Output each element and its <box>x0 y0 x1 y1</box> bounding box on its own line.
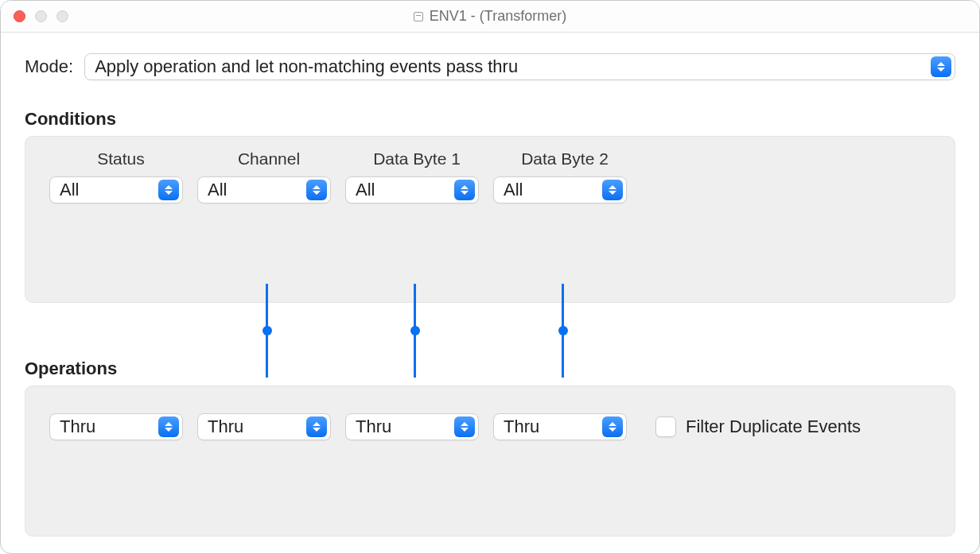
pipeline-connectors <box>25 284 955 378</box>
pipe-databyte1-icon <box>414 284 416 378</box>
operations-section: Operations Thru Thru <box>25 358 955 537</box>
cond-header-status: Status <box>49 149 192 169</box>
close-window-button[interactable] <box>14 10 25 22</box>
dropdown-stepper-icon <box>454 180 475 200</box>
op-databyte1-value: Thru <box>356 416 391 437</box>
cond-databyte2-select[interactable]: All <box>493 176 627 203</box>
conditions-headers: Status Channel Data Byte 1 Data Byte 2 <box>49 149 931 176</box>
dropdown-stepper-icon <box>602 180 623 200</box>
conditions-selects: All All All <box>49 176 931 203</box>
mode-row: Mode: Apply operation and let non-matchi… <box>25 53 955 80</box>
window-title-wrap: ENV1 - (Transformer) <box>1 8 979 25</box>
op-databyte1-select[interactable]: Thru <box>345 413 479 440</box>
content-area: Mode: Apply operation and let non-matchi… <box>1 33 979 554</box>
dropdown-stepper-icon <box>602 416 623 437</box>
window-controls <box>14 10 68 22</box>
cond-databyte2-value: All <box>504 180 523 200</box>
op-channel-value: Thru <box>208 416 243 437</box>
dropdown-stepper-icon <box>158 180 179 200</box>
document-icon <box>414 12 423 21</box>
mode-select-value: Apply operation and let non-matching eve… <box>95 56 518 77</box>
dropdown-stepper-icon <box>306 180 327 200</box>
op-databyte2-value: Thru <box>504 416 539 437</box>
conditions-section: Conditions Status Channel Data Byte 1 Da… <box>25 109 955 303</box>
cond-channel-value: All <box>208 180 227 200</box>
filter-duplicate-row: Filter Duplicate Events <box>655 416 861 437</box>
op-databyte2-select[interactable]: Thru <box>493 413 627 440</box>
dropdown-stepper-icon <box>158 416 179 437</box>
cond-header-channel: Channel <box>197 149 340 169</box>
dropdown-stepper-icon <box>306 416 327 437</box>
filter-duplicate-checkbox[interactable] <box>655 416 676 437</box>
operations-selects: Thru Thru Thru <box>49 413 931 440</box>
dropdown-stepper-icon <box>454 416 475 437</box>
pipe-channel-icon <box>266 284 268 378</box>
zoom-window-button[interactable] <box>56 10 68 22</box>
transformer-window: ENV1 - (Transformer) Mode: Apply operati… <box>0 0 980 554</box>
operations-panel: Thru Thru Thru <box>25 385 955 537</box>
cond-header-databyte1: Data Byte 1 <box>345 149 488 169</box>
op-status-value: Thru <box>60 416 95 437</box>
cond-status-value: All <box>60 180 79 200</box>
window-title: ENV1 - (Transformer) <box>430 8 566 25</box>
op-status-select[interactable]: Thru <box>49 413 183 440</box>
cond-databyte1-value: All <box>356 180 375 200</box>
mode-label: Mode: <box>25 56 73 77</box>
titlebar: ENV1 - (Transformer) <box>1 1 979 33</box>
conditions-title: Conditions <box>25 109 955 130</box>
cond-databyte1-select[interactable]: All <box>345 176 479 203</box>
mode-select[interactable]: Apply operation and let non-matching eve… <box>84 53 955 80</box>
pipe-databyte2-icon <box>562 284 564 378</box>
op-channel-select[interactable]: Thru <box>197 413 331 440</box>
minimize-window-button[interactable] <box>35 10 47 22</box>
dropdown-stepper-icon <box>931 56 951 77</box>
cond-header-databyte2: Data Byte 2 <box>493 149 636 169</box>
conditions-panel: Status Channel Data Byte 1 Data Byte 2 A… <box>25 136 955 303</box>
cond-channel-select[interactable]: All <box>197 176 331 203</box>
cond-status-select[interactable]: All <box>49 176 183 203</box>
filter-duplicate-label: Filter Duplicate Events <box>686 416 861 437</box>
